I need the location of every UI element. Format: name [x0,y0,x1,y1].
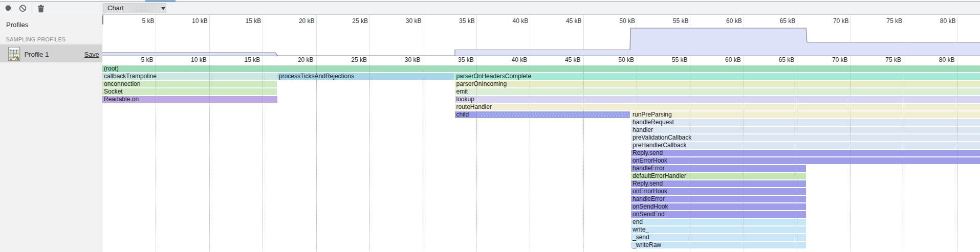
svg-text:%: % [14,55,19,61]
